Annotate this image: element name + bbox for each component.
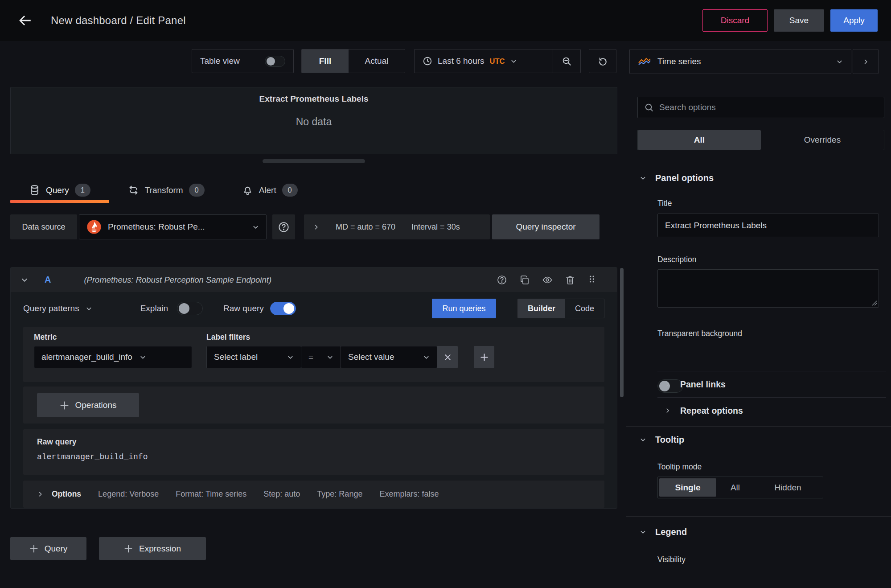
filter-tab-overrides[interactable]: Overrides: [761, 130, 884, 150]
chevron-down-icon: [21, 276, 29, 284]
arrow-left-icon: [17, 13, 33, 28]
metric-filters-section: Metric alertmanager_build_info Label fil…: [23, 327, 604, 382]
panel-description-input[interactable]: [657, 269, 879, 308]
chevron-down-icon: [140, 354, 146, 361]
raw-query-heading: Raw query: [37, 437, 591, 447]
fill-mode-option[interactable]: Fill: [302, 49, 349, 73]
run-queries-button[interactable]: Run queries: [432, 299, 496, 318]
tooltip-mode-all[interactable]: All: [716, 478, 754, 497]
operator-value: =: [308, 352, 313, 362]
options-search-input[interactable]: [659, 103, 878, 112]
metric-select[interactable]: alertmanager_build_info: [34, 346, 192, 368]
query-options-row[interactable]: Options Legend: Verbose Format: Time ser…: [23, 481, 604, 508]
raw-query-toggle[interactable]: [270, 302, 296, 315]
tooltip-mode-hidden[interactable]: Hidden: [754, 478, 821, 497]
section-divider: [626, 426, 891, 427]
add-query-label: Query: [45, 544, 68, 554]
panel-options-section-header[interactable]: Panel options: [640, 173, 714, 183]
duplicate-query-icon[interactable]: [519, 275, 530, 285]
pane-size-mode: Fill Actual: [301, 49, 405, 73]
drag-handle-icon[interactable]: [587, 275, 596, 285]
magnifier-minus-icon: [562, 56, 572, 66]
explain-toggle[interactable]: [177, 302, 203, 315]
add-filter-button[interactable]: [474, 346, 494, 368]
metric-value: alertmanager_build_info: [41, 352, 132, 362]
hide-query-icon[interactable]: [542, 275, 553, 285]
panel-preview: Extract Prometheus Labels No data: [10, 87, 617, 154]
time-range-picker[interactable]: Last 6 hours UTC: [415, 49, 553, 73]
panel-title-input[interactable]: [657, 214, 879, 237]
max-data-points-stat: MD = auto = 670: [336, 222, 395, 232]
resize-grip-icon[interactable]: [872, 300, 877, 306]
back-button[interactable]: [13, 9, 37, 32]
add-expression-label: Expression: [139, 544, 181, 554]
actual-mode-option[interactable]: Actual: [349, 49, 405, 73]
options-collapse[interactable]: Options: [37, 489, 81, 499]
prometheus-icon: [86, 219, 102, 234]
search-icon: [644, 103, 654, 112]
legend-heading: Legend: [655, 527, 687, 537]
remove-filter-button[interactable]: [437, 346, 458, 368]
chevron-down-icon: [510, 58, 517, 65]
select-label-dropdown[interactable]: Select label: [206, 346, 301, 368]
query-options-summary[interactable]: MD = auto = 670 Interval = 30s: [304, 214, 490, 239]
tab-query[interactable]: Query 1: [10, 177, 109, 203]
tooltip-section-header[interactable]: Tooltip: [640, 435, 684, 445]
tab-alert[interactable]: Alert 0: [223, 177, 316, 203]
table-view-label: Table view: [200, 56, 240, 66]
operator-dropdown[interactable]: =: [301, 346, 341, 368]
options-sidebar: Time series All Overrides Panel options …: [626, 0, 891, 588]
tab-alert-label: Alert: [259, 185, 276, 195]
add-expression-button[interactable]: Expression: [99, 537, 206, 560]
select-value-dropdown[interactable]: Select value: [341, 346, 437, 368]
add-query-button[interactable]: Query: [10, 537, 86, 560]
editor-mode-switch: Builder Code: [517, 299, 604, 318]
time-picker-group: Last 6 hours UTC: [414, 49, 581, 73]
title-field-label: Title: [657, 199, 672, 208]
query-inspector-button[interactable]: Query inspector: [492, 214, 599, 239]
datasource-help-button[interactable]: [272, 214, 295, 239]
code-mode-option[interactable]: Code: [565, 299, 604, 318]
filter-tab-all[interactable]: All: [638, 130, 761, 150]
repeat-options-section[interactable]: Repeat options: [665, 398, 743, 424]
tooltip-mode-label: Tooltip mode: [657, 462, 702, 472]
tab-transform[interactable]: Transform 0: [109, 177, 223, 203]
explain-label: Explain: [140, 304, 168, 313]
plus-icon: [124, 544, 133, 553]
options-label: Options: [52, 489, 81, 499]
close-icon: [444, 354, 452, 361]
raw-query-expression: alertmanager_build_info: [37, 452, 591, 461]
collapse-options-pane-button[interactable]: [853, 49, 879, 74]
visualization-picker[interactable]: Time series: [629, 49, 851, 74]
refresh-dashboard-button[interactable]: [589, 49, 616, 73]
tab-transform-count: 0: [189, 184, 205, 197]
datasource-label: Data source: [10, 214, 77, 239]
time-range-label: Last 6 hours: [438, 56, 485, 66]
query-editor-body: Query patterns Explain Raw query Run que…: [11, 299, 617, 514]
options-exemplars: Exemplars: false: [379, 489, 439, 499]
options-type: Type: Range: [317, 489, 362, 499]
tooltip-mode-single[interactable]: Single: [659, 478, 716, 497]
query-row-header[interactable]: A (Prometheus: Robust Perception Sample …: [11, 267, 617, 292]
chevron-down-icon: [640, 436, 646, 443]
zoom-out-time-button[interactable]: [553, 49, 580, 73]
raw-query-toggle-label: Raw query: [223, 304, 264, 313]
panel-links-section[interactable]: Panel links: [665, 371, 726, 397]
select-value-value: Select value: [348, 352, 394, 362]
datasource-value: Prometheus: Robust Pe...: [108, 222, 205, 232]
chevron-down-icon: [252, 224, 259, 230]
main-scrollbar-thumb[interactable]: [620, 268, 624, 397]
query-patterns-dropdown[interactable]: Query patterns: [23, 304, 92, 313]
delete-query-icon[interactable]: [565, 275, 575, 285]
add-operations-button[interactable]: Operations: [37, 393, 139, 417]
clock-icon: [423, 56, 432, 66]
datasource-picker[interactable]: Prometheus: Robust Pe...: [79, 214, 267, 239]
legend-section-header[interactable]: Legend: [640, 527, 687, 537]
metric-label: Metric: [34, 333, 192, 342]
help-icon[interactable]: [497, 275, 507, 285]
chevron-right-icon: [665, 381, 671, 387]
panel-resize-handle[interactable]: [263, 159, 365, 163]
table-view-toggle[interactable]: [265, 56, 285, 67]
builder-mode-option[interactable]: Builder: [518, 299, 565, 318]
repeat-options-label: Repeat options: [680, 406, 743, 416]
